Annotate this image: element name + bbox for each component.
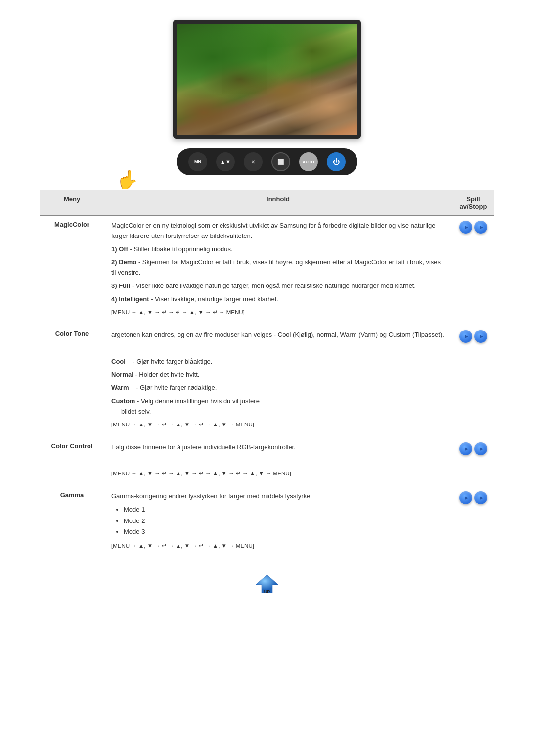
play-icon-8[interactable] bbox=[474, 491, 487, 504]
controls-inner: MN ▲▼ ✕ ⬜ AUTO ⏻ bbox=[177, 148, 357, 175]
content-cell-colorcontrol: Følg disse trinnene for å justere indivi… bbox=[104, 437, 452, 486]
table-row: Color Control Følg disse trinnene for å … bbox=[40, 437, 494, 486]
action-cell-gamma bbox=[452, 486, 494, 559]
header-menu: Meny bbox=[40, 190, 104, 216]
up-button[interactable]: UP bbox=[255, 574, 279, 595]
nav-down-button[interactable]: ▲▼ bbox=[216, 152, 235, 171]
colorcontrol-instruction: [MENU → ▲, ▼ → ↵ → ▲, ▼ → ↵ → ▲, ▼ → ↵ →… bbox=[111, 469, 445, 478]
content-cell-magiccolor: MagicColor er en ny teknologi som er eks… bbox=[104, 216, 452, 325]
auto-button[interactable]: AUTO bbox=[299, 152, 318, 171]
power-button[interactable]: ⏻ bbox=[327, 152, 346, 171]
play-icons-colortone bbox=[459, 330, 487, 343]
gamma-intro: Gamma-korrigering endrer lysstyrken for … bbox=[111, 491, 445, 502]
magiccolor-intro: MagicColor er en ny teknologi som er eks… bbox=[111, 221, 445, 241]
table-row: MagicColor MagicColor er en ny teknologi… bbox=[40, 216, 494, 325]
colortone-instruction: [MENU → ▲, ▼ → ↵ → ▲, ▼ → ↵ → ▲, ▼ → MEN… bbox=[111, 420, 445, 429]
table-row: Gamma Gamma-korrigering endrer lysstyrke… bbox=[40, 486, 494, 559]
play-icon-5[interactable] bbox=[459, 442, 472, 455]
play-icon-4[interactable] bbox=[474, 330, 487, 343]
play-icons-gamma bbox=[459, 491, 487, 504]
colorcontrol-spacer bbox=[111, 456, 445, 466]
brightness-button[interactable]: ✕ bbox=[244, 152, 263, 171]
colortone-normal: Normal - Holder det hvite hvitt. bbox=[111, 370, 445, 380]
gamma-mode2: Mode 2 bbox=[124, 516, 445, 526]
table-row: Color Tone argetonen kan endres, og en a… bbox=[40, 325, 494, 437]
controls-bar: MN ▲▼ ✕ ⬜ AUTO ⏻ 👆 bbox=[40, 148, 494, 175]
menu-cell-colorcontrol: Color Control bbox=[40, 437, 104, 486]
magiccolor-full: 3) Full - Viser ikke bare livaktige natu… bbox=[111, 281, 445, 291]
menu-cell-magiccolor: MagicColor bbox=[40, 216, 104, 325]
hand-pointer-icon: 👆 bbox=[116, 169, 138, 190]
action-cell-colortone bbox=[452, 325, 494, 437]
up-button-container: UP bbox=[40, 574, 494, 595]
colortone-spacer bbox=[111, 343, 445, 354]
monitor-screen bbox=[177, 24, 357, 135]
gamma-mode1: Mode 1 bbox=[124, 505, 445, 515]
monitor-image bbox=[173, 20, 361, 139]
content-cell-gamma: Gamma-korrigering endrer lysstyrken for … bbox=[104, 486, 452, 559]
content-cell-colortone: argetonen kan endres, og en av fire modu… bbox=[104, 325, 452, 437]
menu-cell-colortone: Color Tone bbox=[40, 325, 104, 437]
play-icon-1[interactable] bbox=[459, 221, 472, 234]
play-icons-magiccolor bbox=[459, 221, 487, 234]
play-icons-colorcontrol bbox=[459, 442, 487, 455]
features-table: Meny Innhold Spillav/Stopp MagicColor Ma… bbox=[40, 190, 494, 559]
magiccolor-demo: 2) Demo - Skjermen før MagicColor er tat… bbox=[111, 257, 445, 278]
magiccolor-off: 1) Off - Stiller tilbake til opprinnelig… bbox=[111, 244, 445, 255]
table-header-row: Meny Innhold Spillav/Stopp bbox=[40, 190, 494, 216]
colortone-intro: argetonen kan endres, og en av fire modu… bbox=[111, 330, 445, 340]
colortone-custom: Custom - Velg denne innstillingen hvis d… bbox=[111, 396, 445, 417]
magiccolor-instruction: [MENU → ▲, ▼ → ↵ → ↵ → ▲, ▼ → ↵ → MENU] bbox=[111, 308, 445, 317]
gamma-mode3: Mode 3 bbox=[124, 527, 445, 537]
play-icon-6[interactable] bbox=[474, 442, 487, 455]
play-icon-3[interactable] bbox=[459, 330, 472, 343]
colortone-warm: Warm - Gjør hvite farger rødaktige. bbox=[111, 383, 445, 393]
menu-button[interactable]: MN bbox=[188, 152, 207, 171]
magiccolor-intelligent: 4) Intelligent - Viser livaktige, naturl… bbox=[111, 294, 445, 305]
colortone-cool: Cool - Gjør hvite farger blåaktige. bbox=[111, 357, 445, 367]
monitor-container bbox=[40, 20, 494, 139]
header-innhold: Innhold bbox=[104, 190, 452, 216]
header-spill: Spillav/Stopp bbox=[452, 190, 494, 216]
gamma-modes-list: Mode 1 Mode 2 Mode 3 bbox=[124, 505, 445, 537]
action-cell-magiccolor bbox=[452, 216, 494, 325]
play-icon-7[interactable] bbox=[459, 491, 472, 504]
up-label: UP bbox=[264, 589, 270, 594]
gamma-instruction: [MENU → ▲, ▼ → ↵ → ▲, ▼ → ↵ → ▲, ▼ → MEN… bbox=[111, 541, 445, 550]
menu-cell-gamma: Gamma bbox=[40, 486, 104, 559]
play-icon-2[interactable] bbox=[474, 221, 487, 234]
colorcontrol-intro: Følg disse trinnene for å justere indivi… bbox=[111, 442, 445, 453]
enter-button[interactable]: ⬜ bbox=[271, 152, 290, 171]
action-cell-colorcontrol bbox=[452, 437, 494, 486]
